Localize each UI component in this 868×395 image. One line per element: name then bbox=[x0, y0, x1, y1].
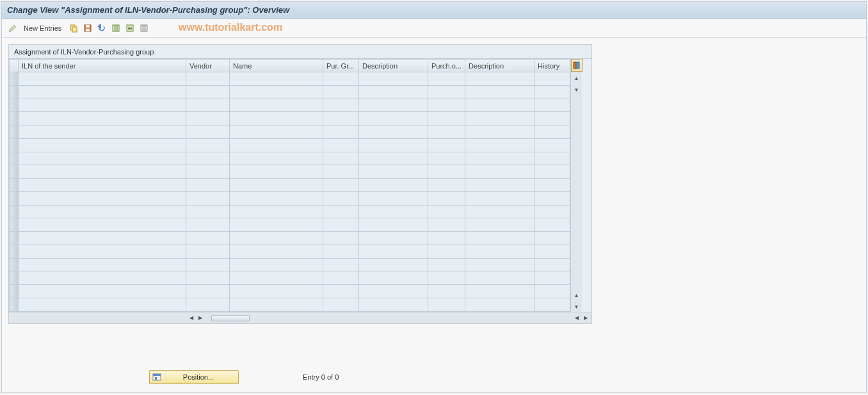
table-cell[interactable] bbox=[19, 152, 186, 165]
table-cell[interactable] bbox=[230, 205, 323, 218]
table-cell[interactable] bbox=[19, 285, 186, 298]
table-cell[interactable] bbox=[19, 271, 186, 285]
table-cell[interactable] bbox=[359, 245, 428, 258]
table-cell[interactable] bbox=[428, 99, 465, 112]
table-cell[interactable] bbox=[186, 298, 230, 312]
new-entries-button[interactable]: New Entries bbox=[24, 24, 61, 32]
column-header[interactable]: Description bbox=[465, 60, 534, 72]
table-cell[interactable] bbox=[465, 165, 534, 179]
row-selector[interactable] bbox=[10, 232, 19, 245]
scroll-up-arrow-bottom[interactable]: ▲ bbox=[572, 290, 582, 300]
table-cell[interactable] bbox=[230, 191, 323, 205]
table-cell[interactable] bbox=[323, 258, 359, 271]
table-cell[interactable] bbox=[19, 298, 186, 312]
copy-icon[interactable] bbox=[68, 22, 79, 34]
table-cell[interactable] bbox=[186, 258, 230, 271]
table-cell[interactable] bbox=[359, 271, 428, 285]
row-selector[interactable] bbox=[10, 99, 19, 112]
table-cell[interactable] bbox=[186, 85, 230, 99]
table-cell[interactable] bbox=[323, 245, 359, 258]
table-cell[interactable] bbox=[465, 179, 534, 192]
table-cell[interactable] bbox=[534, 152, 570, 165]
table-cell[interactable] bbox=[428, 232, 465, 245]
table-cell[interactable] bbox=[359, 232, 428, 245]
table-cell[interactable] bbox=[19, 72, 186, 86]
table-cell[interactable] bbox=[323, 179, 359, 192]
table-cell[interactable] bbox=[428, 85, 465, 99]
table-cell[interactable] bbox=[230, 138, 323, 152]
table-cell[interactable] bbox=[323, 232, 359, 245]
row-selector[interactable] bbox=[10, 205, 19, 218]
table-cell[interactable] bbox=[428, 218, 465, 232]
hscroll-left-arrow-end[interactable]: ◀ bbox=[572, 314, 581, 323]
table-cell[interactable] bbox=[534, 191, 570, 205]
table-cell[interactable] bbox=[230, 125, 323, 139]
table-cell[interactable] bbox=[323, 125, 359, 139]
select-all-icon[interactable] bbox=[110, 22, 122, 34]
table-cell[interactable] bbox=[534, 298, 570, 312]
table-cell[interactable] bbox=[534, 285, 570, 298]
row-selector[interactable] bbox=[10, 138, 19, 152]
table-cell[interactable] bbox=[465, 138, 534, 152]
table-cell[interactable] bbox=[19, 179, 186, 192]
column-header[interactable]: Purch.o... bbox=[428, 60, 465, 72]
table-cell[interactable] bbox=[186, 152, 230, 165]
row-selector[interactable] bbox=[10, 258, 19, 271]
column-header[interactable]: Description bbox=[359, 60, 428, 72]
table-cell[interactable] bbox=[323, 191, 359, 205]
undo-icon[interactable] bbox=[96, 22, 108, 34]
column-header[interactable]: Vendor bbox=[186, 60, 230, 72]
table-cell[interactable] bbox=[428, 191, 465, 205]
table-cell[interactable] bbox=[323, 271, 359, 285]
table-cell[interactable] bbox=[359, 285, 428, 298]
table-cell[interactable] bbox=[359, 152, 428, 165]
table-cell[interactable] bbox=[230, 99, 323, 112]
table-cell[interactable] bbox=[465, 218, 534, 232]
table-cell[interactable] bbox=[323, 205, 359, 218]
row-selector[interactable] bbox=[10, 85, 19, 99]
table-cell[interactable] bbox=[230, 258, 323, 271]
table-cell[interactable] bbox=[186, 191, 230, 205]
table-cell[interactable] bbox=[534, 72, 570, 86]
deselect-all-icon[interactable] bbox=[138, 22, 150, 34]
table-cell[interactable] bbox=[359, 99, 428, 112]
row-selector[interactable] bbox=[10, 298, 19, 312]
table-cell[interactable] bbox=[534, 258, 570, 271]
table-cell[interactable] bbox=[465, 72, 534, 86]
table-cell[interactable] bbox=[19, 191, 186, 205]
table-cell[interactable] bbox=[465, 298, 534, 312]
table-cell[interactable] bbox=[323, 99, 359, 112]
table-cell[interactable] bbox=[465, 245, 534, 258]
table-cell[interactable] bbox=[323, 298, 359, 312]
table-cell[interactable] bbox=[230, 298, 323, 312]
table-cell[interactable] bbox=[230, 232, 323, 245]
table-cell[interactable] bbox=[428, 125, 465, 139]
table-cell[interactable] bbox=[534, 125, 570, 139]
vertical-scrollbar[interactable]: ▲ ▼ ▲ ▼ bbox=[570, 59, 582, 312]
row-selector[interactable] bbox=[10, 112, 19, 125]
table-cell[interactable] bbox=[534, 138, 570, 152]
table-cell[interactable] bbox=[230, 165, 323, 179]
table-cell[interactable] bbox=[428, 152, 465, 165]
table-cell[interactable] bbox=[19, 85, 186, 99]
table-cell[interactable] bbox=[465, 285, 534, 298]
scroll-up-arrow[interactable]: ▲ bbox=[572, 73, 582, 83]
table-cell[interactable] bbox=[230, 271, 323, 285]
hscroll-thumb[interactable] bbox=[211, 315, 250, 321]
table-cell[interactable] bbox=[359, 258, 428, 271]
position-button[interactable]: Position... bbox=[149, 370, 239, 384]
row-selector[interactable] bbox=[10, 165, 19, 179]
table-cell[interactable] bbox=[428, 165, 465, 179]
select-block-icon[interactable] bbox=[124, 22, 136, 34]
table-cell[interactable] bbox=[359, 72, 428, 86]
table-cell[interactable] bbox=[534, 232, 570, 245]
hscroll-left-arrow[interactable]: ◀ bbox=[187, 314, 196, 323]
table-cell[interactable] bbox=[428, 205, 465, 218]
table-cell[interactable] bbox=[534, 245, 570, 258]
horizontal-scrollbar[interactable]: ◀ ▶ ◀ ▶ bbox=[9, 312, 591, 323]
table-cell[interactable] bbox=[186, 218, 230, 232]
table-cell[interactable] bbox=[323, 138, 359, 152]
table-cell[interactable] bbox=[359, 191, 428, 205]
table-cell[interactable] bbox=[465, 232, 534, 245]
table-cell[interactable] bbox=[19, 258, 186, 271]
